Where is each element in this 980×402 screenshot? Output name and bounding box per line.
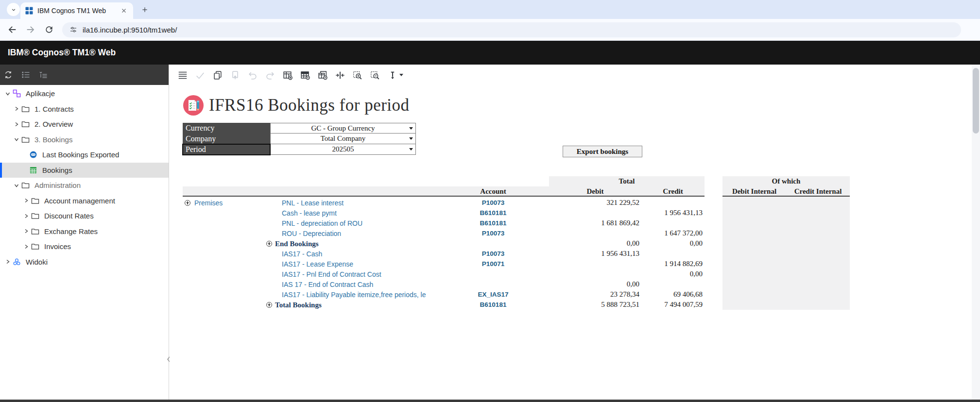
sidebar-item-last-bookings-exported[interactable]: Last Bookings Exported <box>0 147 169 163</box>
chevron-down-icon[interactable] <box>14 183 21 188</box>
forward-button <box>24 23 37 36</box>
tab-close-icon[interactable] <box>120 6 128 15</box>
sidebar-item-1-contracts[interactable]: 1. Contracts <box>0 101 169 117</box>
url-bar[interactable]: ila16.incube.pl:9510/tm1web/ <box>62 22 961 37</box>
chevron-down-icon[interactable] <box>5 91 13 97</box>
chevron-down-icon <box>10 6 17 13</box>
export-bookings-button[interactable]: Export bookings <box>563 146 642 157</box>
debit-cell[interactable]: 23 278,34 <box>549 289 641 300</box>
debit-cell[interactable]: 0,00 <box>549 238 641 249</box>
refresh-button[interactable] <box>3 70 13 80</box>
site-settings-icon[interactable] <box>69 25 78 34</box>
credit-cell[interactable]: 69 406,68 <box>641 289 705 300</box>
expand-icon[interactable] <box>266 241 272 247</box>
suppress-zeroes-button[interactable] <box>387 70 398 81</box>
group-row-label[interactable]: Total Bookings <box>275 301 322 309</box>
new-tab-button[interactable] <box>139 4 151 16</box>
back-button[interactable] <box>6 23 18 36</box>
paste-button <box>230 70 241 81</box>
chevron-right-icon[interactable] <box>23 244 31 250</box>
credit-cell[interactable] <box>641 279 705 289</box>
expand-icon[interactable] <box>185 200 190 206</box>
credit-cell[interactable]: 7 494 007,59 <box>641 300 705 310</box>
sidebar-item-label: Bookings <box>42 166 72 174</box>
debit-cell[interactable]: 1 956 431,13 <box>549 249 641 259</box>
grid-header-group-row: Total <box>183 176 705 186</box>
sidebar-item-exchange-rates[interactable]: Exchange Rates <box>0 224 169 239</box>
rebuild-sheet-icon <box>300 70 310 81</box>
credit-cell[interactable]: 0,00 <box>641 238 705 249</box>
collapse-tree-button[interactable] <box>38 70 48 80</box>
autofit-columns-button[interactable] <box>335 70 345 81</box>
tab-search-button[interactable] <box>7 3 20 16</box>
browser-tab[interactable]: IBM Cognos TM1 Web <box>20 2 133 19</box>
credit-cell[interactable] <box>641 218 705 228</box>
paste-icon <box>230 70 241 81</box>
chevron-right-icon[interactable] <box>23 228 31 234</box>
sidebar-item-bookings[interactable]: Bookings <box>0 163 169 178</box>
debit-cell[interactable] <box>549 228 641 238</box>
sidebar-item-account-management[interactable]: Account management <box>0 193 169 209</box>
header-spacer <box>183 176 549 186</box>
sidebar-item-label: Account management <box>44 197 115 205</box>
group-row-label[interactable]: End Bookings <box>275 239 319 248</box>
credit-cell[interactable]: 1 647 372,00 <box>641 228 705 238</box>
sidebar-item-widoki[interactable]: Widoki <box>0 254 169 270</box>
credit-cell[interactable]: 1 956 431,13 <box>641 208 705 218</box>
credit-cell[interactable]: 1 914 882,69 <box>641 259 705 269</box>
debit-cell[interactable]: 5 888 723,51 <box>549 300 641 310</box>
sidebar-item-discount-rates[interactable]: Discount Rates <box>0 208 169 224</box>
commit-button <box>195 70 206 81</box>
chevron-right-icon[interactable] <box>14 121 21 127</box>
websheet-toolbar <box>177 67 398 83</box>
debit-cell[interactable] <box>549 208 641 218</box>
sidebar-item-administration[interactable]: Administration <box>0 178 169 193</box>
grid-header-row: Account Debit Credit <box>183 186 705 197</box>
zoom-out-button[interactable] <box>370 70 380 81</box>
company-select[interactable]: Total Company <box>270 134 416 144</box>
account-cell: B610181 <box>437 218 549 228</box>
of-which-body <box>722 197 850 310</box>
reload-button[interactable] <box>43 23 55 36</box>
debit-cell[interactable] <box>549 259 641 269</box>
copy-button[interactable] <box>212 70 223 81</box>
vertical-scrollbar[interactable] <box>972 65 980 400</box>
reload-icon <box>44 25 54 34</box>
scrollbar-thumb[interactable] <box>973 68 979 134</box>
chevron-down-icon[interactable] <box>14 136 21 142</box>
debit-header: Debit <box>549 186 641 196</box>
credit-cell[interactable] <box>641 198 705 208</box>
recalculate-button[interactable] <box>282 70 293 81</box>
chevron-right-icon[interactable] <box>5 259 13 265</box>
dimension-label[interactable]: Premises <box>194 199 223 207</box>
debit-cell[interactable]: 0,00 <box>549 279 641 289</box>
sidebar-toolbar <box>0 65 169 85</box>
app-header: IBM® Cognos® TM1® Web <box>0 41 980 65</box>
sidebar-item-aplikacje[interactable]: Aplikacje <box>0 86 169 101</box>
debit-cell[interactable]: 1 681 869,42 <box>549 218 641 228</box>
view-options-button[interactable] <box>21 70 31 80</box>
booking-row-label: PNL - depreciation of ROU <box>282 219 362 227</box>
debit-cell[interactable]: 321 229,52 <box>549 198 641 208</box>
period-select[interactable]: 202505 <box>270 144 416 155</box>
credit-cell[interactable] <box>641 249 705 259</box>
chevron-right-icon[interactable] <box>23 198 31 203</box>
views-icon <box>13 258 24 266</box>
zoom-in-button[interactable] <box>352 70 363 81</box>
dropdown-caret-icon[interactable] <box>399 74 403 78</box>
actions-menu-button[interactable] <box>177 70 188 81</box>
rebuild-sheet-button[interactable] <box>300 70 310 81</box>
chevron-right-icon[interactable] <box>23 213 31 219</box>
credit-cell[interactable]: 0,00 <box>641 269 705 279</box>
sidebar-item-2-overview[interactable]: 2. Overview <box>0 117 169 132</box>
debit-cell[interactable] <box>549 269 641 279</box>
expand-icon[interactable] <box>266 302 272 308</box>
rebuild-book-button[interactable] <box>317 70 328 81</box>
sidebar-item-3-bookings[interactable]: 3. Bookings <box>0 132 169 148</box>
browser-toolbar: ila16.incube.pl:9510/tm1web/ <box>0 19 980 41</box>
table-row: PNL - depreciation of ROUB6101811 681 86… <box>183 218 705 228</box>
sidebar-item-invoices[interactable]: Invoices <box>0 239 169 254</box>
sidebar-item-label: Aplikacje <box>26 89 55 98</box>
chevron-right-icon[interactable] <box>14 106 21 112</box>
currency-select[interactable]: GC - Group Currency <box>270 123 416 134</box>
